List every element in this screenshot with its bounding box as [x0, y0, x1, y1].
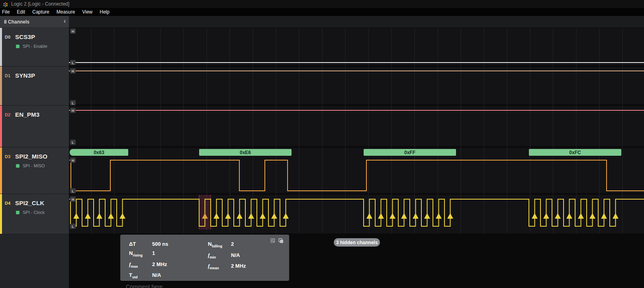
channel-color-stripe — [0, 28, 2, 66]
svg-text:L: L — [72, 101, 74, 105]
analyzer-label: SPI - Enable — [23, 44, 47, 49]
measurement-row: Nrising 1 — [129, 250, 208, 259]
measurement-row: fmin N/A — [208, 252, 246, 261]
menu-item-file[interactable]: File — [0, 8, 13, 16]
channel-name: SYN3P — [15, 72, 35, 79]
channel-id: D4 — [5, 201, 10, 206]
channel-color-stripe — [0, 147, 2, 194]
measurement-row: Tstd N/A — [129, 272, 208, 280]
app-logo-icon — [3, 2, 8, 7]
channel-name: SPI2_CLK — [15, 200, 44, 206]
svg-text:H: H — [72, 29, 74, 33]
measurement-row: fmean 2 MHz — [208, 263, 246, 271]
channel-color-stripe — [0, 106, 2, 147]
analyzer-tag[interactable]: SPI - Clock — [16, 210, 45, 215]
svg-text:0xFC: 0xFC — [569, 150, 581, 155]
menu-item-capture[interactable]: Capture — [29, 8, 53, 16]
analyzer-label: SPI - MISO — [23, 163, 45, 168]
channel-name: SPI2_MISO — [15, 153, 47, 160]
channel-count-label: 8 Channels — [4, 19, 29, 25]
channel-color-stripe — [0, 194, 2, 234]
channel-color-stripe — [0, 67, 2, 105]
analyzer-color-icon — [16, 45, 20, 48]
svg-text:0xE6: 0xE6 — [240, 150, 251, 155]
channel-id: D1 — [5, 73, 10, 78]
svg-text:L: L — [72, 61, 74, 65]
analyzer-color-icon — [16, 211, 20, 214]
logic2-window: { "window": { "title": "Logic 2 [Logic -… — [0, 0, 644, 288]
channel-item-d3[interactable]: D3 SPI2_MISO SPI - MISO — [0, 147, 69, 194]
svg-text:L: L — [72, 189, 74, 193]
svg-text:H: H — [72, 109, 74, 113]
channel-item-d1[interactable]: D1 SYN3P — [0, 67, 69, 106]
svg-text:L: L — [72, 141, 74, 145]
channel-item-d0[interactable]: D0 SCS3P SPI - Enable — [0, 28, 69, 67]
channel-item-d4[interactable]: D4 SPI2_CLK SPI - Clock — [0, 194, 69, 234]
measurement-left-column: ΔT 500 ns Nrising 1 fmax 2 MHz Tstd N/A — [129, 241, 208, 280]
hidden-channels-button[interactable]: 3 hidden channels — [334, 238, 380, 247]
analyzer-label: SPI - Clock — [23, 210, 45, 215]
measurement-row: Nfalling 2 — [208, 241, 246, 249]
channel-name: EN_PM3 — [15, 111, 39, 118]
measurement-right-column: Nfalling 2 fmin N/A fmean 2 MHz — [208, 241, 246, 280]
svg-text:H: H — [72, 69, 74, 73]
svg-text:0x63: 0x63 — [94, 150, 104, 155]
title-bar: Logic 2 [Logic - Connected] — [0, 0, 644, 8]
analyzer-tag[interactable]: SPI - Enable — [16, 44, 47, 49]
collapse-sidebar-icon[interactable]: ‹ — [64, 18, 66, 25]
menu-item-help[interactable]: Help — [96, 8, 113, 16]
channel-name: SCS3P — [15, 33, 35, 40]
channel-id: D0 — [5, 35, 10, 39]
channel-sidebar: 8 Channels ‹ D0 SCS3P SPI - Enable D1 SY… — [0, 16, 69, 288]
timeline-ruler[interactable]: +3 µs+4 µs+5 µs+6 µs+7 µs+8 µs+9 µs42 s … — [69, 16, 644, 27]
menu-item-edit[interactable]: Edit — [13, 8, 29, 16]
comment-input[interactable]: Comment here — [126, 284, 163, 288]
channel-id: D3 — [5, 154, 10, 159]
svg-text:H: H — [72, 198, 74, 202]
window-title: Logic 2 [Logic - Connected] — [11, 1, 69, 7]
svg-text:0xFF: 0xFF — [404, 150, 415, 155]
menu-bar: FileEditCaptureMeasureViewHelp — [0, 8, 644, 16]
measurement-row: fmax 2 MHz — [129, 261, 208, 270]
channel-item-d2[interactable]: D2 EN_PM3 — [0, 106, 69, 147]
measurement-row: ΔT 500 ns — [129, 241, 208, 247]
menu-item-view[interactable]: View — [78, 8, 96, 16]
svg-text:H: H — [72, 159, 74, 163]
analyzer-color-icon — [16, 164, 20, 168]
svg-text:L: L — [72, 225, 74, 229]
measurement-panel: ΔT 500 ns Nrising 1 fmax 2 MHz Tstd N/A … — [120, 235, 289, 281]
channel-id: D2 — [5, 112, 10, 117]
sidebar-header: 8 Channels ‹ — [0, 16, 69, 27]
analyzer-tag[interactable]: SPI - MISO — [16, 163, 45, 168]
menu-item-measure[interactable]: Measure — [53, 8, 79, 16]
